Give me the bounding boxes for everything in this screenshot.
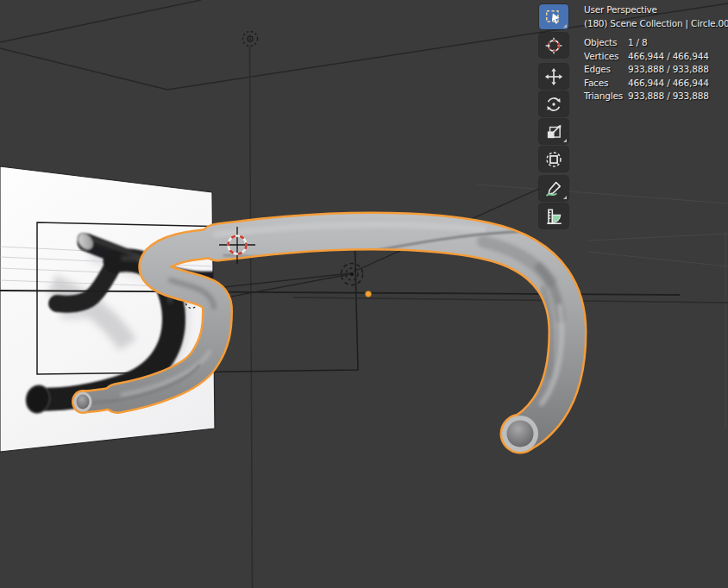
view-name: User Perspective [584,3,728,17]
tube-end-right [502,416,538,452]
tool-transform[interactable] [539,147,568,172]
submenu-corner-mark [563,139,567,142]
submenu-corner-mark [563,24,567,28]
tool-annotate[interactable] [539,176,568,201]
stat-row-vertices: Vertices 466,944 / 466,944 [584,50,728,64]
breadcrumb: (180) Scene Collection | Circle.004 [584,17,728,31]
rotate-icon [544,95,563,114]
submenu-corner-mark [563,196,567,199]
scale-icon [544,122,563,141]
stat-row-faces: Faces 466,944 / 466,944 [584,77,728,91]
transform-icon [544,150,563,169]
blender-3d-viewport[interactable]: User Perspective (180) Scene Collection … [0,0,728,588]
annotate-icon [544,179,563,198]
cursor-tool-icon [544,36,563,55]
tool-rotate[interactable] [539,91,568,116]
tool-select-box[interactable] [539,4,568,29]
tube-end-left [74,392,92,412]
tool-move[interactable] [539,64,568,89]
move-icon [544,67,563,86]
origin-dot [365,291,371,297]
stat-row-edges: Edges 933,888 / 933,888 [584,63,728,77]
stat-row-triangles: Triangles 933,888 / 933,888 [584,90,728,103]
tool-scale[interactable] [539,119,568,144]
select-box-icon [544,8,563,27]
tool-measure[interactable] [539,203,568,228]
measure-icon [544,207,563,226]
tool-cursor[interactable] [539,33,568,58]
viewport-stats-overlay: User Perspective (180) Scene Collection … [584,3,728,103]
stat-row-objects: Objects 1 / 8 [584,36,728,50]
